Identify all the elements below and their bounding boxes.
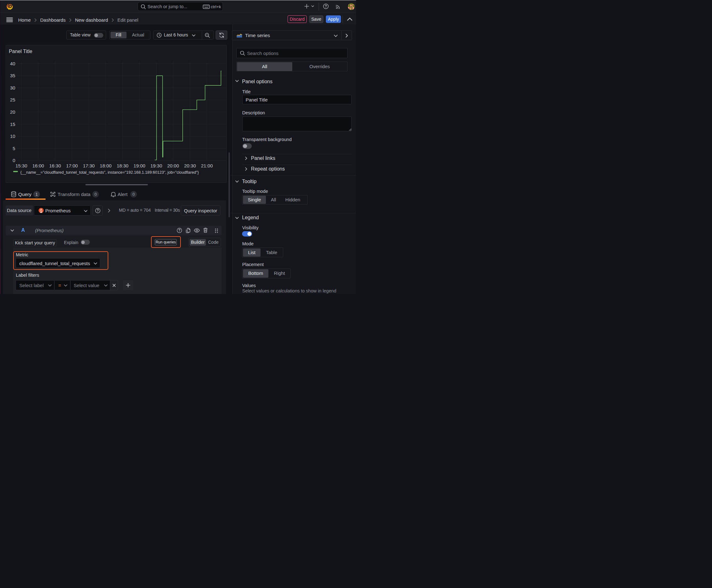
svg-text:20: 20 — [10, 109, 15, 114]
svg-text:16:30: 16:30 — [49, 163, 61, 168]
svg-text:21:00: 21:00 — [201, 163, 213, 168]
svg-text:20:00: 20:00 — [167, 163, 179, 168]
svg-text:15:30: 15:30 — [15, 163, 27, 168]
svg-text:17:00: 17:00 — [66, 163, 78, 168]
svg-text:16:00: 16:00 — [33, 163, 44, 168]
svg-text:15: 15 — [10, 121, 15, 127]
svg-text:19:30: 19:30 — [150, 163, 162, 168]
svg-text:10: 10 — [10, 133, 15, 139]
svg-text:19:00: 19:00 — [133, 163, 145, 168]
svg-text:35: 35 — [10, 73, 15, 78]
svg-text:20:30: 20:30 — [184, 163, 196, 168]
svg-text:17:30: 17:30 — [83, 163, 95, 168]
svg-text:30: 30 — [10, 85, 15, 90]
svg-text:{__name__="cloudflared_tunnel_: {__name__="cloudflared_tunnel_total_requ… — [20, 170, 199, 174]
svg-text:18:00: 18:00 — [100, 163, 112, 168]
svg-text:5: 5 — [13, 145, 15, 151]
svg-text:40: 40 — [10, 61, 15, 66]
svg-text:0: 0 — [13, 158, 15, 163]
svg-text:25: 25 — [10, 97, 15, 102]
svg-text:18:30: 18:30 — [116, 163, 128, 168]
